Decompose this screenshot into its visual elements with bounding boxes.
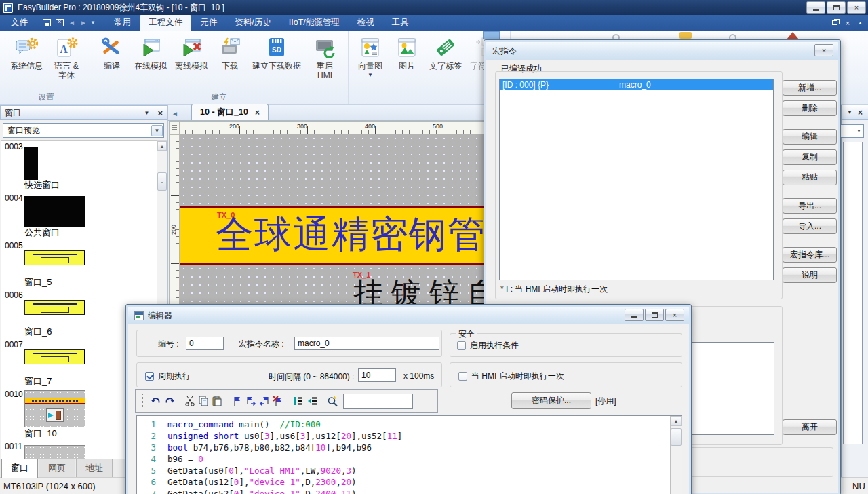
bookmark-clear-icon[interactable] [271, 394, 285, 408]
editor-dialog-titlebar[interactable]: 编辑器 [128, 307, 689, 324]
tab-close-icon[interactable]: × [255, 108, 260, 117]
window-thumbnail[interactable] [24, 147, 38, 180]
collapse-ribbon-icon[interactable]: ▲ [858, 20, 863, 25]
code-line[interactable]: 1macro_command main() //ID:000 [137, 419, 670, 430]
dialog-close-button[interactable]: × [814, 44, 833, 56]
file-menu[interactable]: 文件 [0, 15, 39, 31]
redo-icon[interactable] [163, 394, 176, 408]
panel-close-icon[interactable]: × [157, 108, 163, 118]
macro-粘贴-button[interactable]: 粘贴 [783, 170, 837, 185]
ribbon-item-sd-card[interactable]: SD 建立下载数据 ▼ [249, 35, 304, 71]
password-protect-button[interactable]: 密码保护... [511, 392, 591, 409]
code-line[interactable]: 6GetData(us12[0],"device 1",D,2300,20) [137, 476, 670, 488]
undo-icon[interactable]: ◄ [68, 20, 75, 26]
window-list-item[interactable]: 0004 公共窗口 [1, 193, 157, 240]
window-restore-button[interactable] [827, 1, 846, 14]
export-icon[interactable] [56, 19, 64, 26]
ribbon-tab[interactable]: 元件 [191, 15, 226, 31]
ribbon-tab[interactable]: 工具 [383, 15, 418, 31]
copy-icon[interactable] [197, 394, 210, 408]
ribbon-item-language-font[interactable]: A 语言 & 字体 ▼ [47, 35, 85, 80]
macro-id-input[interactable] [186, 337, 224, 350]
window-thumbnail[interactable] [24, 349, 85, 364]
code-line[interactable]: 7GetData(us52[0],"device 1",D,2400,11) [137, 488, 670, 494]
ribbon-tab[interactable]: 资料/历史 [226, 15, 279, 31]
bookmark-add-icon[interactable] [231, 394, 244, 408]
ribbon-item-restart-hmi[interactable]: 重启 HMI ▼ [306, 35, 344, 80]
interval-input[interactable] [358, 368, 396, 382]
macro-name-input[interactable] [294, 337, 439, 350]
canvas-tab[interactable]: 10 - 窗口_10 × [191, 104, 269, 120]
macro-list-row[interactable]: [ID : 000] {P}macro_0 [500, 79, 773, 90]
redo-icon[interactable]: ► [80, 20, 87, 26]
find-icon[interactable] [326, 394, 339, 408]
window-thumbnail[interactable] [24, 445, 85, 459]
code-line[interactable]: 5GetData(us0[0],"Local HMI",LW,9020,3) [137, 465, 670, 476]
mdi-restore-icon[interactable] [832, 20, 837, 25]
ribbon-item-online-sim[interactable]: 在线模拟 ▼ [131, 35, 170, 71]
ribbon-tab[interactable]: 检视 [349, 15, 383, 31]
window-preview-select[interactable]: 窗口预览 ▼ [3, 124, 164, 138]
tab-scroll-left-icon[interactable]: ◄ [168, 110, 182, 120]
startup-exec-checkbox[interactable] [458, 372, 467, 381]
macro-编辑-button[interactable]: 编辑 [783, 129, 837, 145]
panel-menu-icon[interactable]: ▼ [847, 109, 852, 115]
find-input[interactable] [343, 394, 413, 409]
save-icon[interactable] [43, 19, 51, 26]
cut-icon[interactable] [183, 394, 197, 408]
window-thumbnail[interactable] [24, 250, 85, 265]
indent-icon[interactable] [292, 394, 305, 408]
ribbon-item-compile[interactable]: 编译 ▼ [94, 35, 130, 71]
code-line[interactable]: 4b96 = 0 [137, 453, 670, 465]
panel-menu-icon[interactable]: ▼ [144, 110, 149, 116]
dialog-restore-button[interactable] [645, 309, 664, 321]
window-thumbnail[interactable] [24, 300, 85, 315]
ribbon-item-vector-shape[interactable]: 向量图 ▼ [353, 35, 388, 78]
dialog-close-button[interactable]: × [665, 309, 684, 321]
mdi-close-icon[interactable]: × [846, 19, 850, 27]
window-list-item[interactable]: 0005 窗口_5 [1, 240, 157, 290]
macro-复制-button[interactable]: 复制 [783, 149, 837, 165]
right-dock-select[interactable] [840, 124, 864, 138]
macro-导入-button[interactable]: 导入... [783, 218, 837, 234]
macro-新增-button[interactable]: 新增... [783, 80, 837, 96]
code-line[interactable]: 3bool b74,b76,b78,b80,b82,b84[10],b94,b9… [137, 442, 670, 453]
macro-导出-button[interactable]: 导出... [783, 198, 837, 214]
scroll-up-icon[interactable]: ▲ [671, 416, 682, 426]
scrollbar-thumb[interactable] [157, 172, 167, 191]
ribbon-item-text-tag[interactable]: 文字标签 ▼ [426, 35, 465, 71]
macro-删除-button[interactable]: 删除 [783, 100, 837, 116]
dialog-minimize-button[interactable] [625, 309, 644, 321]
macro-dialog-titlebar[interactable]: 宏指令 [486, 42, 838, 60]
outdent-icon[interactable] [305, 394, 319, 408]
undo-icon[interactable] [149, 394, 163, 408]
panel-bottom-tab[interactable]: 地址 [76, 459, 113, 477]
ribbon-item-picture[interactable]: 图片 ▼ [389, 35, 425, 71]
scrollbar-thumb[interactable] [671, 428, 682, 446]
macro-宏指令库-button[interactable]: 宏指令库... [783, 247, 837, 263]
ribbon-tab[interactable]: 工程文件 [140, 15, 191, 31]
window-thumbnail[interactable] [24, 196, 85, 227]
code-editor[interactable]: 1macro_command main() //ID:0002unsigned … [136, 415, 682, 494]
paste-icon[interactable] [210, 394, 224, 408]
bookmark-next-icon[interactable] [244, 394, 258, 408]
panel-close-icon[interactable]: × [858, 108, 863, 117]
ribbon-item-download[interactable]: 下载 ▼ [212, 35, 248, 71]
ribbon-item-system-info[interactable]: 系统信息 ▼ [7, 35, 46, 71]
exit-button[interactable]: 离开 [783, 419, 837, 435]
bookmark-prev-icon[interactable] [258, 394, 271, 408]
exec-condition-checkbox[interactable] [457, 341, 466, 350]
ribbon-tab[interactable]: IIoT/能源管理 [280, 15, 349, 31]
scroll-up-icon[interactable]: ▲ [157, 141, 167, 151]
panel-bottom-tab[interactable]: 网页 [39, 459, 75, 477]
panel-bottom-tab[interactable]: 窗口 [1, 459, 38, 478]
window-list-item[interactable]: 0003 快选窗口 [1, 141, 157, 193]
quick-access-caret-icon[interactable]: ▾ [92, 20, 95, 26]
macro-说明-button[interactable]: 说明 [783, 267, 837, 283]
periodic-exec-checkbox[interactable] [145, 372, 154, 381]
chevron-down-icon[interactable]: ▼ [151, 125, 163, 136]
code-editor-scrollbar[interactable]: ▲ [670, 416, 682, 494]
ribbon-tab[interactable]: 常用 [105, 15, 140, 31]
window-thumbnail[interactable] [24, 390, 85, 428]
mdi-minimize-icon[interactable]: – [820, 19, 824, 27]
